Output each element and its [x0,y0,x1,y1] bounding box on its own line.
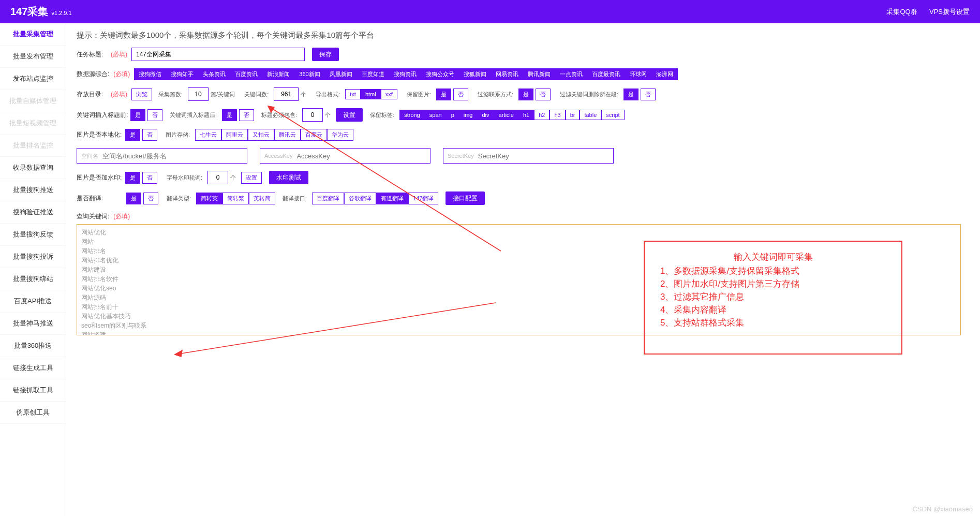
label-trans-api: 翻译接口: [283,195,307,202]
keyword-count-input[interactable] [274,87,299,101]
api-cfg-button[interactable]: 接口配置 [446,191,485,205]
tags-chip[interactable]: table [580,110,601,120]
link-vps[interactable]: VPS拨号设置 [929,8,970,16]
formats-chip[interactable]: txt [345,89,361,99]
kw-before-no[interactable]: 否 [147,109,162,121]
sources-chip[interactable]: 百度最资讯 [587,68,625,80]
browse-button[interactable]: 浏览 [131,89,152,100]
transtypes-chip[interactable]: 简转繁 [222,193,249,204]
main-panel: 提示：关键词数最多1000个，采集数据源多个轮训，每个关键词最多采集10篇每个平… [66,23,980,516]
link-qq[interactable]: 采集QQ群 [886,8,917,16]
save-button[interactable]: 保存 [312,48,339,61]
sources-chip[interactable]: 搜狗微信 [134,68,166,80]
tags-chip[interactable]: strong [399,110,425,120]
sidebar-item[interactable]: 批量短视频管理 [0,112,66,135]
sidebar-item[interactable]: 链接抓取工具 [0,379,66,402]
transapis-chip[interactable]: 百度翻译 [312,193,344,204]
stores-chip[interactable]: 百度云 [301,129,327,141]
sources-chip[interactable]: 百度资讯 [230,68,262,80]
sidebar-item[interactable]: 百度API推送 [0,290,66,313]
sources-chip[interactable]: 360新闻 [294,68,324,80]
sources-chip[interactable]: 一点资讯 [555,68,587,80]
sidebar-item[interactable]: 批量搜狗绑站 [0,268,66,290]
sidebar-item[interactable]: 链接生成工具 [0,357,66,379]
filter-kw-del-yes[interactable]: 是 [623,89,639,100]
sources-chip[interactable]: 腾讯新闻 [523,68,555,80]
letter-wm-set[interactable]: 设置 [241,172,262,184]
translate-no[interactable]: 否 [143,193,158,204]
kw-after-no[interactable]: 否 [239,109,254,121]
sources-chip[interactable]: 网易资讯 [491,68,523,80]
sources-chip[interactable]: 搜狐新闻 [459,68,491,80]
sidebar-item[interactable]: 批量排名监控 [0,135,66,157]
sources-chip[interactable]: 头条资讯 [198,68,230,80]
tags-chip[interactable]: h3 [550,110,565,120]
tags-chip[interactable]: div [477,110,494,120]
title-must-set[interactable]: 设置 [336,108,363,122]
stores-chip[interactable]: 腾讯云 [274,129,301,141]
tags-chip[interactable]: span [425,110,447,120]
sidebar-item[interactable]: 搜狗验证推送 [0,201,66,224]
kw-before-yes[interactable]: 是 [130,109,145,121]
letter-wm-input[interactable] [207,171,228,184]
sidebar-item[interactable]: 收录数据查询 [0,157,66,179]
kw-after-yes[interactable]: 是 [222,109,237,121]
transtypes-chip[interactable]: 简转英 [196,193,222,204]
title-must-input[interactable] [302,108,323,122]
transapis-chip[interactable]: 有道翻译 [376,193,408,204]
img-local-no[interactable]: 否 [142,129,157,141]
sources-chip[interactable]: 环球网 [625,68,651,80]
stores-chip[interactable]: 又拍云 [248,129,274,141]
img-wm-yes[interactable]: 是 [125,172,140,184]
wm-test-button[interactable]: 水印测试 [269,171,308,184]
tags-chip[interactable]: br [566,110,580,120]
tags-chip[interactable]: h2 [534,110,550,120]
skey-input[interactable] [478,149,613,163]
sources-chip[interactable]: 搜狗公众号 [421,68,459,80]
sidebar-item[interactable]: 发布站点监控 [0,68,66,90]
sidebar-item[interactable]: 批量发布管理 [0,46,66,68]
label-keyword-count: 关键词数: [244,91,269,98]
stores-chip[interactable]: 阿里云 [221,129,248,141]
filter-kw-del-no[interactable]: 否 [641,89,656,100]
sidebar-item[interactable]: 批量采集管理 [0,23,66,46]
akey-input[interactable] [296,149,430,163]
collect-count-input[interactable] [188,87,209,101]
tags-chip[interactable]: h1 [518,110,534,120]
label-query-kw: 查询关键词: [77,212,109,221]
transapis-chip[interactable]: 147翻译 [408,193,438,204]
sources-chip[interactable]: 搜狗知乎 [166,68,198,80]
task-title-input[interactable] [131,48,305,61]
keep-img-yes[interactable]: 是 [436,89,451,100]
sidebar-item[interactable]: 批量神马推送 [0,313,66,335]
sidebar-item[interactable]: 批量搜狗推送 [0,179,66,201]
formats-chip[interactable]: html [361,89,381,99]
sidebar-item[interactable]: 批量360推送 [0,335,66,357]
sources-chip[interactable]: 百度知道 [357,68,389,80]
img-wm-no[interactable]: 否 [142,172,157,184]
filter-contact-no[interactable]: 否 [536,89,551,100]
stores-chip[interactable]: 七牛云 [195,129,221,141]
formats-chip[interactable]: xxf [381,89,397,99]
keywords-textarea[interactable] [77,224,961,335]
sources-chip[interactable]: 澎湃网 [651,68,678,80]
tags-chip[interactable]: script [601,110,624,120]
sources-chip[interactable]: 新浪新闻 [262,68,294,80]
filter-contact-yes[interactable]: 是 [518,89,533,100]
space-input[interactable] [102,149,247,163]
transapis-chip[interactable]: 谷歌翻译 [344,193,376,204]
translate-yes[interactable]: 是 [126,193,141,204]
sidebar-item[interactable]: 批量搜狗投诉 [0,246,66,268]
stores-chip[interactable]: 华为云 [327,129,353,141]
keep-img-no[interactable]: 否 [453,89,468,100]
sidebar-item[interactable]: 批量自媒体管理 [0,90,66,112]
transtypes-chip[interactable]: 英转简 [249,193,275,204]
sources-chip[interactable]: 搜狗资讯 [389,68,421,80]
sources-chip[interactable]: 凤凰新闻 [325,68,357,80]
sidebar-item[interactable]: 伪原创工具 [0,402,66,424]
tags-chip[interactable]: article [494,110,518,120]
tags-chip[interactable]: img [459,110,478,120]
tags-chip[interactable]: p [447,110,459,120]
sidebar-item[interactable]: 批量搜狗反馈 [0,224,66,246]
img-local-yes[interactable]: 是 [125,129,140,141]
